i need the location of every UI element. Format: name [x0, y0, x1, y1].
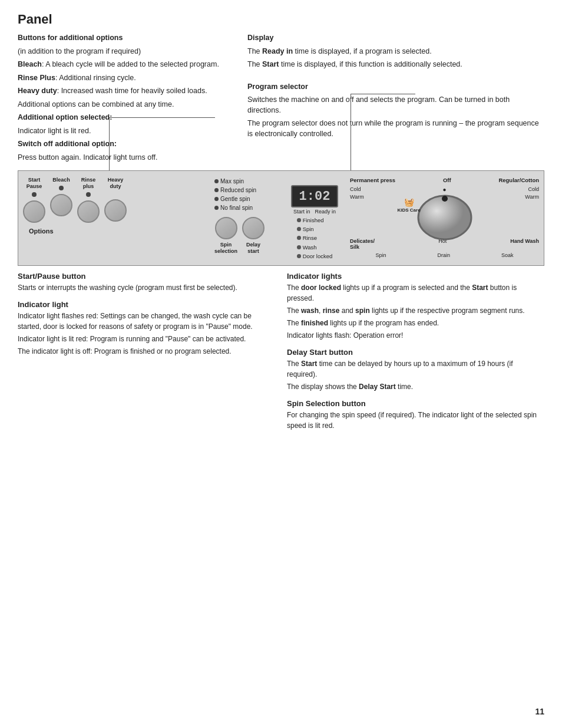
indicator-lights-section-title: Indicator lights: [287, 272, 544, 281]
off-label: Off: [443, 177, 451, 183]
heavy-duty-group: Heavyduty: [104, 177, 127, 222]
start-pause-desc: Starts or interrupts the washing cycle (…: [18, 282, 275, 293]
display-labels: Start in Ready in: [293, 209, 336, 215]
dial-top-labels: Permanent press Off Regular/Cotton: [350, 177, 539, 183]
rinse-plus-btn-label: Rinseplus: [81, 177, 96, 190]
program-selector-text1: Switches the machine on and off and sele…: [247, 95, 544, 116]
start-in-label: Start in: [293, 209, 310, 215]
heavy-duty-text: Heavy duty: Increased wash time for heav…: [18, 86, 230, 97]
ind-spin-row: Spin: [297, 225, 333, 233]
rinse-plus-indicator: [86, 192, 91, 197]
spin-selection-text: For changing the spin speed (if required…: [287, 410, 544, 431]
heavy-duty-label: Heavy duty: [18, 87, 57, 95]
page-title: Panel: [18, 12, 544, 27]
spin-gentle-row: Gentle spin: [214, 195, 256, 203]
indicator-light-subsection: Indicator light Indicator light flashes …: [18, 300, 275, 357]
heavy-duty-button[interactable]: [104, 199, 127, 222]
delay-start-label: Delaystart: [246, 242, 260, 255]
start-pause-button[interactable]: [23, 200, 45, 223]
delay-start-subsection: Delay Start button The Start time can be…: [287, 348, 544, 392]
dial-warm-labels: Warm 🧺 KIDS Care: [350, 194, 539, 241]
ind-spin-dot: [297, 227, 301, 231]
dial-svg[interactable]: [415, 194, 474, 241]
indicator-lights-text3: The finished lights up if the program ha…: [287, 318, 544, 328]
spin-options: Max spin Reduced spin Gentle spin No fin…: [214, 177, 256, 212]
dial-cold-labels: Cold ● Cold: [350, 186, 539, 193]
bleach-text: Bleach: A bleach cycle will be added to …: [18, 60, 230, 70]
rinse-plus-description: : Additional rinsing cycle.: [55, 74, 136, 82]
indicator-light-text2: Indicator light is lit red: Program is r…: [18, 334, 275, 344]
options-area: StartPause Bleach Rinseplus: [23, 177, 211, 261]
program-selector-title: Program selector: [247, 82, 544, 93]
dial-bottom-labels: Spin Drain Soak: [350, 252, 539, 258]
ind-rinse-label: Rinse: [303, 233, 317, 242]
callout-line-left-h: [109, 117, 215, 118]
bleach-description: : A bleach cycle will be added to the se…: [42, 60, 219, 68]
callout-line-right-h: [351, 94, 415, 94]
spin-max-row: Max spin: [214, 177, 256, 186]
bleach-indicator: [59, 186, 64, 190]
spin-no-final-label: No final spin: [220, 203, 253, 212]
indicator-lights-text1: The door locked lights up if a program i…: [287, 282, 544, 304]
ind-wash-label: Wash: [303, 243, 317, 252]
buttons-subtitle: (in addition to the program if required): [18, 47, 230, 57]
spin-gentle-dot: [214, 197, 219, 201]
hand-wash-label: Hand Wash: [510, 238, 539, 250]
indicator-light-text3: The indicator light is off: Program is f…: [18, 346, 275, 357]
spin-reduced-row: Reduced spin: [214, 186, 256, 195]
rinse-plus-button[interactable]: [77, 200, 100, 223]
spin-delay-buttons: Spinselection Delaystart: [214, 217, 265, 255]
svg-point-0: [418, 196, 471, 239]
rinse-plus-text: Rinse Plus: Additional rinsing cycle.: [18, 73, 230, 84]
page-number: 11: [535, 707, 544, 716]
display-area: 1:02 Start in Ready in Finished Spin Rin…: [279, 177, 350, 261]
delay-start-text2: The display shows the Delay Start time.: [287, 381, 544, 392]
ready-in-label: Ready in: [315, 209, 336, 215]
switch-off-text: Press button again. Indicator light turn…: [18, 153, 230, 163]
rinse-plus-label: Rinse Plus: [18, 74, 55, 82]
delicates-silk-label: Delicates/Silk: [350, 238, 375, 250]
cold-right-label: Cold: [528, 186, 539, 193]
start-pause-indicator: [32, 192, 37, 197]
additional-selected-text: Indicator light is lit red.: [18, 126, 230, 137]
cold-left-label: Cold: [350, 186, 361, 193]
spin-reduced-dot: [214, 188, 219, 192]
options-label: Options: [29, 228, 54, 235]
display-title: Display: [247, 33, 544, 44]
top-left-section: Buttons for additional options (in addit…: [18, 33, 230, 166]
callout-line-left: [109, 117, 110, 170]
display-text2: The Start time is displayed, if this fun…: [247, 60, 544, 70]
start-pause-label: StartPause: [27, 177, 42, 190]
ind-door-locked-row: Door locked: [297, 252, 333, 261]
ind-finished-dot: [297, 218, 301, 222]
delay-start-group: Delaystart: [242, 217, 265, 255]
spin-selection-subsection: Spin Selection button For changing the s…: [287, 399, 544, 431]
start-pause-section-title: Start/Pause button: [18, 272, 275, 281]
panel-diagram: StartPause Bleach Rinseplus: [18, 170, 544, 266]
ind-finished-row: Finished: [297, 216, 333, 225]
ind-finished-label: Finished: [303, 216, 324, 225]
kids-care-label: 🧺 KIDS Care: [398, 197, 421, 214]
start-pause-group: StartPause: [23, 177, 45, 223]
spin-no-final-dot: [214, 206, 219, 210]
spin-selection-button[interactable]: [215, 217, 237, 239]
delay-start-text1: The Start time can be delayed by hours u…: [287, 358, 544, 380]
buttons-row: StartPause Bleach Rinseplus: [23, 177, 127, 223]
drain-label: Drain: [437, 252, 450, 258]
spin-delay-area: Max spin Reduced spin Gentle spin No fin…: [211, 177, 279, 261]
bleach-btn-label: Bleach: [52, 177, 70, 183]
bottom-left-section: Start/Pause button Starts or interrupts …: [18, 272, 275, 438]
bleach-label: Bleach: [18, 60, 42, 68]
bottom-section: Start/Pause button Starts or interrupts …: [18, 272, 544, 438]
bleach-button[interactable]: [50, 194, 72, 216]
delay-start-button[interactable]: [242, 217, 265, 239]
top-right-section: Display The Ready in time is displayed, …: [247, 33, 544, 166]
spin-dial-label: Spin: [375, 252, 386, 258]
heavy-duty-description: : Increased wash time for heavily soiled…: [57, 87, 207, 95]
spin-max-dot: [214, 179, 219, 183]
indicator-lights-panel: Finished Spin Rinse Wash Door locked: [297, 216, 333, 261]
spin-selection-label: Spinselection: [214, 242, 237, 255]
indicator-lights-text4: Indicator lights flash: Operation error!: [287, 330, 544, 341]
display-screen: 1:02: [291, 185, 338, 207]
permanent-press-label: Permanent press: [350, 177, 395, 183]
